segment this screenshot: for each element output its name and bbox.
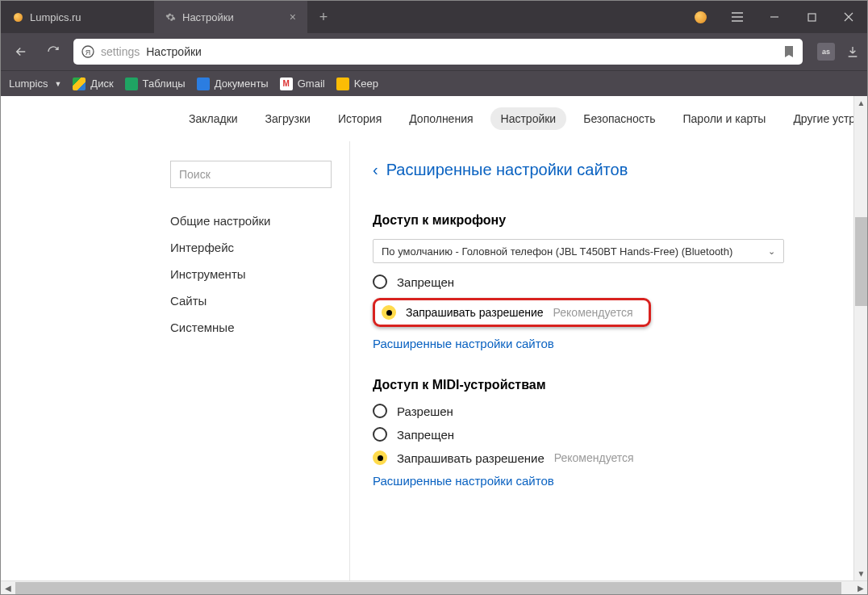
sidebar-item-general[interactable]: Общие настройки <box>170 207 349 234</box>
scroll-up-arrow-icon[interactable]: ▲ <box>854 96 868 110</box>
midi-option-deny[interactable]: Запрещен <box>373 427 846 442</box>
bookmark-label: Gmail <box>298 78 325 90</box>
section-heading-midi: Доступ к MIDI-устройствам <box>373 378 846 392</box>
tab-title: Lumpics.ru <box>30 11 81 23</box>
radio-selected-icon <box>373 450 387 465</box>
bookmark-label: Документы <box>215 78 269 90</box>
bookmark-icon[interactable] <box>783 45 795 58</box>
nav-downloads[interactable]: Загрузки <box>255 107 321 130</box>
scrollbar-thumb[interactable] <box>15 582 841 594</box>
gear-icon <box>165 12 176 23</box>
bookmark-folder-lumpics[interactable]: Lumpics▼ <box>9 78 61 90</box>
radio-label: Запрещен <box>397 428 454 442</box>
reload-button[interactable] <box>41 40 65 64</box>
midi-advanced-link[interactable]: Расширенные настройки сайтов <box>373 474 846 488</box>
sheets-icon <box>125 78 138 90</box>
nav-settings[interactable]: Настройки <box>490 107 567 130</box>
nav-security[interactable]: Безопасность <box>573 107 666 130</box>
scrollbar-thumb[interactable] <box>855 217 867 306</box>
close-window-button[interactable] <box>830 1 867 33</box>
recommended-label: Рекомендуется <box>554 451 634 464</box>
favicon-lumpics <box>12 11 23 23</box>
back-link[interactable]: ‹ Расширенные настройки сайтов <box>373 161 846 179</box>
sidebar-item-sites[interactable]: Сайты <box>170 287 349 314</box>
new-tab-button[interactable]: + <box>307 1 340 33</box>
toolbar: Я settings Настройки as <box>1 33 867 70</box>
tab-lumpics[interactable]: Lumpics.ru <box>1 1 154 33</box>
svg-rect-0 <box>808 14 816 21</box>
address-bar[interactable]: Я settings Настройки <box>73 39 803 65</box>
drive-icon <box>73 78 86 90</box>
back-link-label: Расширенные настройки сайтов <box>386 161 628 179</box>
radio-label: Запрашивать разрешение <box>397 451 545 465</box>
omnibox-title: Настройки <box>146 45 202 58</box>
settings-nav: Закладки Загрузки История Дополнения Нас… <box>1 96 867 141</box>
radio-label: Разрешен <box>397 404 453 418</box>
docs-icon <box>197 78 210 90</box>
bookmark-gmail[interactable]: M Gmail <box>280 78 325 90</box>
search-input[interactable]: Поиск <box>170 161 332 188</box>
radio-icon <box>373 274 387 289</box>
omnibox-prefix: settings <box>101 45 140 58</box>
bookmark-label: Диск <box>90 78 113 90</box>
radio-label: Запрашивать разрешение <box>406 306 544 319</box>
nav-passwords[interactable]: Пароли и карты <box>673 107 777 130</box>
scroll-down-arrow-icon[interactable]: ▼ <box>854 567 868 580</box>
mic-advanced-link[interactable]: Расширенные настройки сайтов <box>373 337 846 350</box>
minimize-button[interactable] <box>756 1 793 33</box>
titlebar: Lumpics.ru Настройки × + <box>1 1 867 33</box>
settings-main: ‹ Расширенные настройки сайтов Доступ к … <box>349 141 867 580</box>
bookmark-sheets[interactable]: Таблицы <box>125 78 186 90</box>
keep-icon <box>336 78 349 90</box>
tab-settings[interactable]: Настройки × <box>154 1 307 33</box>
sidebar-item-interface[interactable]: Интерфейс <box>170 234 349 261</box>
settings-sidebar: Поиск Общие настройки Интерфейс Инструме… <box>170 141 349 580</box>
bookmark-disk[interactable]: Диск <box>73 78 113 90</box>
horizontal-scrollbar[interactable]: ◀ ▶ <box>1 580 867 594</box>
profile-icon[interactable] <box>682 1 719 33</box>
radio-label: Запрещен <box>397 275 454 289</box>
bookmarks-bar: Lumpics▼ Диск Таблицы Документы M Gmail … <box>1 70 867 96</box>
settings-page: Закладки Загрузки История Дополнения Нас… <box>1 96 867 580</box>
vertical-scrollbar[interactable]: ▲ ▼ <box>853 96 867 580</box>
section-heading-microphone: Доступ к микрофону <box>373 213 846 228</box>
midi-option-ask[interactable]: Запрашивать разрешение Рекомендуется <box>373 450 846 465</box>
nav-history[interactable]: История <box>328 107 392 130</box>
svg-text:Я: Я <box>86 48 91 57</box>
chevron-down-icon: ▼ <box>54 80 61 88</box>
scroll-right-arrow-icon[interactable]: ▶ <box>853 581 867 595</box>
tab-title: Настройки <box>182 11 234 23</box>
radio-icon <box>373 427 387 442</box>
bookmark-label: Lumpics <box>9 78 48 90</box>
mic-option-deny[interactable]: Запрещен <box>373 274 846 289</box>
close-icon[interactable]: × <box>290 10 296 23</box>
select-value: По умолчанию - Головной телефон (JBL T45… <box>382 245 732 258</box>
gmail-icon: M <box>280 78 293 90</box>
back-button[interactable] <box>9 40 33 64</box>
radio-icon <box>373 404 387 418</box>
chevron-left-icon: ‹ <box>373 161 378 179</box>
recommended-label: Рекомендуется <box>553 306 633 319</box>
bookmark-keep[interactable]: Keep <box>336 78 378 90</box>
bookmark-label: Таблицы <box>143 78 186 90</box>
midi-option-allow[interactable]: Разрешен <box>373 404 846 418</box>
lastfm-extension-icon[interactable]: as <box>817 43 835 61</box>
chevron-down-icon: ⌄ <box>768 246 775 257</box>
radio-selected-icon[interactable] <box>382 305 396 320</box>
nav-bookmarks[interactable]: Закладки <box>178 107 248 130</box>
bookmark-docs[interactable]: Документы <box>197 78 269 90</box>
mic-option-ask-highlight: Запрашивать разрешение Рекомендуется <box>373 298 651 327</box>
sidebar-item-system[interactable]: Системные <box>170 314 349 341</box>
downloads-icon[interactable] <box>846 45 859 58</box>
menu-icon[interactable] <box>719 1 756 33</box>
yandex-logo-icon: Я <box>81 45 94 58</box>
maximize-button[interactable] <box>793 1 830 33</box>
bookmark-label: Keep <box>354 78 378 90</box>
nav-addons[interactable]: Дополнения <box>399 107 483 130</box>
microphone-device-select[interactable]: По умолчанию - Головной телефон (JBL T45… <box>373 239 784 263</box>
sidebar-item-tools[interactable]: Инструменты <box>170 261 349 287</box>
scroll-left-arrow-icon[interactable]: ◀ <box>1 581 15 595</box>
